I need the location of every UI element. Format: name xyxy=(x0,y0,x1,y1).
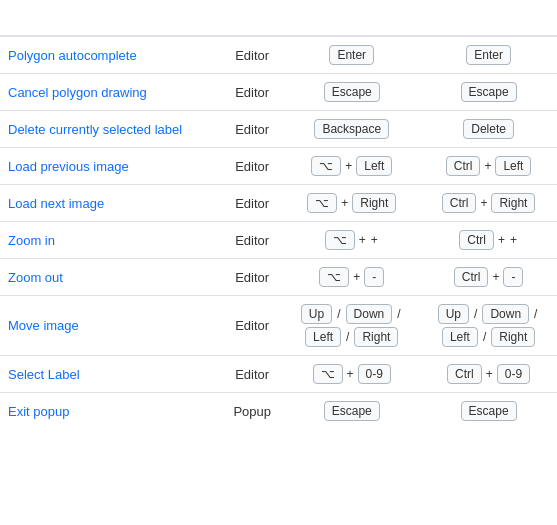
table-row: Zoom inEditor⌥++Ctrl++ xyxy=(0,222,557,259)
context-cell: Editor xyxy=(221,148,283,185)
functionality-cell: Zoom out xyxy=(0,259,221,296)
context-cell: Editor xyxy=(221,356,283,393)
table-header-row xyxy=(0,0,557,36)
functionality-cell: Select Label xyxy=(0,356,221,393)
functionality-cell: Move image xyxy=(0,296,221,356)
functionality-cell: Delete currently selected label xyxy=(0,111,221,148)
context-cell: Editor xyxy=(221,185,283,222)
context-cell: Editor xyxy=(221,259,283,296)
win-shortcut-cell: Ctrl+Left xyxy=(420,148,557,185)
shortcut-table-container: Polygon autocompleteEditorEnterEnterCanc… xyxy=(0,0,557,429)
functionality-cell: Polygon autocomplete xyxy=(0,36,221,74)
mac-shortcut-cell: Enter xyxy=(283,36,420,74)
win-shortcut-cell: Up/Down/Left/Right xyxy=(420,296,557,356)
context-cell: Editor xyxy=(221,36,283,74)
table-row: Load previous imageEditor⌥+LeftCtrl+Left xyxy=(0,148,557,185)
col-windows xyxy=(420,0,557,36)
functionality-cell: Load previous image xyxy=(0,148,221,185)
win-shortcut-cell: Escape xyxy=(420,393,557,430)
table-row: Cancel polygon drawingEditorEscapeEscape xyxy=(0,74,557,111)
table-row: Load next imageEditor⌥+RightCtrl+Right xyxy=(0,185,557,222)
context-cell: Editor xyxy=(221,74,283,111)
functionality-cell: Load next image xyxy=(0,185,221,222)
context-cell: Editor xyxy=(221,296,283,356)
mac-shortcut-cell: Escape xyxy=(283,393,420,430)
mac-shortcut-cell: ⌥+0-9 xyxy=(283,356,420,393)
mac-shortcut-cell: Up/Down/Left/Right xyxy=(283,296,420,356)
mac-shortcut-cell: Escape xyxy=(283,74,420,111)
shortcut-table: Polygon autocompleteEditorEnterEnterCanc… xyxy=(0,0,557,429)
context-cell: Popup xyxy=(221,393,283,430)
mac-shortcut-cell: ⌥+- xyxy=(283,259,420,296)
table-row: Delete currently selected labelEditorBac… xyxy=(0,111,557,148)
table-row: Exit popupPopupEscapeEscape xyxy=(0,393,557,430)
mac-shortcut-cell: ⌥+Right xyxy=(283,185,420,222)
win-shortcut-cell: Ctrl++ xyxy=(420,222,557,259)
win-shortcut-cell: Ctrl+- xyxy=(420,259,557,296)
table-row: Zoom outEditor⌥+-Ctrl+- xyxy=(0,259,557,296)
table-row: Move imageEditorUp/Down/Left/RightUp/Dow… xyxy=(0,296,557,356)
col-mac xyxy=(283,0,420,36)
functionality-cell: Zoom in xyxy=(0,222,221,259)
win-shortcut-cell: Ctrl+0-9 xyxy=(420,356,557,393)
win-shortcut-cell: Ctrl+Right xyxy=(420,185,557,222)
functionality-cell: Exit popup xyxy=(0,393,221,430)
mac-shortcut-cell: Backspace xyxy=(283,111,420,148)
context-cell: Editor xyxy=(221,111,283,148)
mac-shortcut-cell: ⌥+Left xyxy=(283,148,420,185)
table-row: Polygon autocompleteEditorEnterEnter xyxy=(0,36,557,74)
col-context xyxy=(221,0,283,36)
win-shortcut-cell: Delete xyxy=(420,111,557,148)
col-functionality xyxy=(0,0,221,36)
win-shortcut-cell: Escape xyxy=(420,74,557,111)
table-row: Select LabelEditor⌥+0-9Ctrl+0-9 xyxy=(0,356,557,393)
mac-shortcut-cell: ⌥++ xyxy=(283,222,420,259)
table-body: Polygon autocompleteEditorEnterEnterCanc… xyxy=(0,36,557,429)
functionality-cell: Cancel polygon drawing xyxy=(0,74,221,111)
win-shortcut-cell: Enter xyxy=(420,36,557,74)
context-cell: Editor xyxy=(221,222,283,259)
